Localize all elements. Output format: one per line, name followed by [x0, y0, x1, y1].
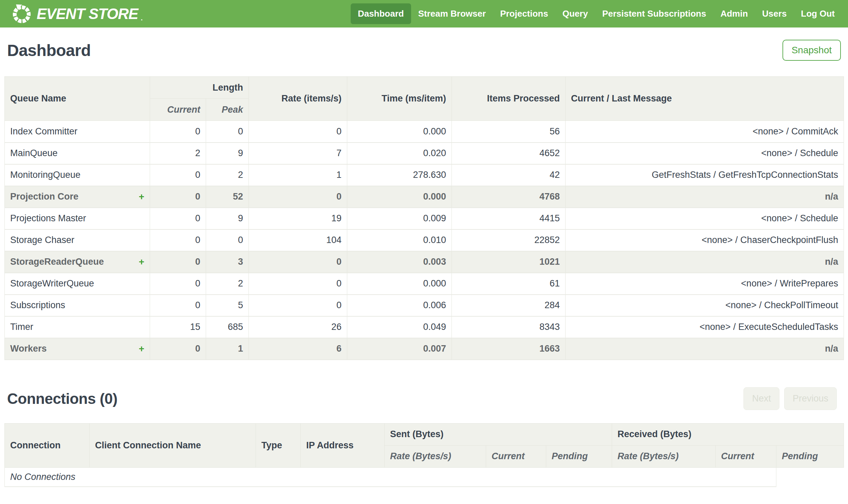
queue-message: <none> / CheckPollTimeout: [565, 294, 844, 316]
queue-name-label: Index Committer: [10, 126, 77, 137]
nav-item-users[interactable]: Users: [755, 3, 794, 24]
queue-name-label: StorageReaderQueue: [10, 256, 104, 267]
nav-item-admin[interactable]: Admin: [713, 3, 755, 24]
nav-item-persistent-subscriptions[interactable]: Persistent Subscriptions: [595, 3, 713, 24]
col-time: Time (ms/item): [347, 77, 452, 121]
queue-message: GetFreshStats / GetFreshTcpConnectionSta…: [565, 164, 844, 186]
queue-length-peak: 9: [206, 143, 249, 164]
queue-row: Projection Core+05200.0004768n/a: [5, 186, 844, 208]
queue-name: StorageReaderQueue+: [5, 251, 150, 273]
col-ip-address: IP Address: [301, 423, 385, 467]
nav-item-stream-browser[interactable]: Stream Browser: [411, 3, 493, 24]
queue-time: 278.630: [347, 164, 452, 186]
expand-plus-icon[interactable]: +: [139, 343, 144, 354]
queue-row: Workers+0160.0071663n/a: [5, 338, 844, 360]
queue-length-peak: 3: [206, 251, 249, 273]
queue-time: 0.000: [347, 186, 452, 208]
queue-items-processed: 8343: [452, 316, 565, 338]
col-received-pending: Pending: [776, 445, 844, 467]
queue-message: <none> / ChaserCheckpointFlush: [565, 230, 844, 251]
queue-row: Storage Chaser001040.01022852<none> / Ch…: [5, 230, 844, 251]
queue-rate: 104: [249, 230, 347, 251]
queue-name: Storage Chaser: [5, 230, 150, 251]
queue-rate: 1: [249, 164, 347, 186]
queue-length-current: 0: [150, 294, 206, 316]
queue-rate: 0: [249, 121, 347, 143]
queue-rate: 0: [249, 251, 347, 273]
expand-plus-icon[interactable]: +: [139, 256, 144, 267]
queue-items-processed: 1663: [452, 338, 565, 360]
brand-logo[interactable]: EVENT STORE .: [12, 4, 143, 24]
connections-table-body: No Connections: [5, 467, 844, 487]
navbar: EVENT STORE . DashboardStream BrowserPro…: [0, 0, 848, 28]
col-length: Length: [150, 77, 249, 99]
queue-message: <none> / WritePrepares: [565, 273, 844, 294]
queues-table: Queue Name Length Rate (items/s) Time (m…: [4, 76, 844, 360]
queue-length-current: 0: [150, 164, 206, 186]
queue-time: 0.020: [347, 143, 452, 164]
queue-name-label: MainQueue: [10, 148, 58, 158]
connections-table: Connection Client Connection Name Type I…: [4, 423, 844, 487]
queue-row: StorageReaderQueue+0300.0031021n/a: [5, 251, 844, 273]
queue-name-label: StorageWriterQueue: [10, 278, 94, 288]
queue-length-current: 0: [150, 230, 206, 251]
expand-plus-icon[interactable]: +: [139, 192, 144, 202]
queue-time: 0.000: [347, 121, 452, 143]
queue-items-processed: 284: [452, 294, 565, 316]
col-sent-pending: Pending: [546, 445, 612, 467]
queue-message: <none> / Schedule: [565, 143, 844, 164]
queue-message: n/a: [565, 186, 844, 208]
nav-item-projections[interactable]: Projections: [493, 3, 555, 24]
queue-length-peak: 52: [206, 186, 249, 208]
queue-rate: 0: [249, 273, 347, 294]
connections-header-row: Connections (0) Next Previous: [7, 386, 841, 411]
queue-name: StorageWriterQueue: [5, 273, 150, 294]
queue-length-current: 0: [150, 121, 206, 143]
snapshot-button[interactable]: Snapshot: [782, 40, 841, 61]
col-client-connection-name: Client Connection Name: [90, 423, 256, 467]
queue-name: MainQueue: [5, 143, 150, 164]
pager: Next Previous: [743, 387, 837, 410]
queue-items-processed: 42: [452, 164, 565, 186]
queue-name: Timer: [5, 316, 150, 338]
nav-item-log-out[interactable]: Log Out: [794, 3, 842, 24]
queue-name-label: Subscriptions: [10, 300, 65, 310]
queue-length-peak: 2: [206, 273, 249, 294]
nav-item-query[interactable]: Query: [555, 3, 595, 24]
queue-name-label: Projection Core: [10, 192, 78, 202]
next-button[interactable]: Next: [743, 387, 779, 410]
queue-length-peak: 0: [206, 121, 249, 143]
queue-length-current: 15: [150, 316, 206, 338]
queue-time: 0.003: [347, 251, 452, 273]
queue-length-current: 2: [150, 143, 206, 164]
nav-item-dashboard[interactable]: Dashboard: [351, 3, 411, 24]
col-length-current: Current: [150, 99, 206, 121]
queue-items-processed: 1021: [452, 251, 565, 273]
queue-items-processed: 56: [452, 121, 565, 143]
main-content: Dashboard Snapshot Queue Name Length Rat…: [0, 39, 848, 487]
queue-name: Index Committer: [5, 121, 150, 143]
queue-message: n/a: [565, 251, 844, 273]
queue-items-processed: 4652: [452, 143, 565, 164]
queue-length-current: 0: [150, 186, 206, 208]
queue-name-label: Timer: [10, 322, 33, 332]
connections-title: Connections (0): [7, 390, 118, 407]
queue-length-peak: 1: [206, 338, 249, 360]
queue-length-current: 0: [150, 208, 206, 230]
queue-message: n/a: [565, 338, 844, 360]
queue-name: Subscriptions: [5, 294, 150, 316]
queue-rate: 6: [249, 338, 347, 360]
queue-length-peak: 0: [206, 230, 249, 251]
queue-length-current: 0: [150, 338, 206, 360]
col-received-rate: Rate (Bytes/s): [612, 445, 716, 467]
nav-menu: DashboardStream BrowserProjectionsQueryP…: [351, 3, 842, 24]
queue-time: 0.049: [347, 316, 452, 338]
previous-button[interactable]: Previous: [784, 387, 837, 410]
col-sent-rate: Rate (Bytes/s): [385, 445, 486, 467]
queue-length-peak: 685: [206, 316, 249, 338]
col-received-bytes: Received (Bytes): [612, 423, 844, 445]
queue-row: Projections Master09190.0094415<none> / …: [5, 208, 844, 230]
queue-rate: 19: [249, 208, 347, 230]
queue-message: <none> / ExecuteScheduledTasks: [565, 316, 844, 338]
queues-table-body: Index Committer0000.00056<none> / Commit…: [5, 121, 844, 360]
